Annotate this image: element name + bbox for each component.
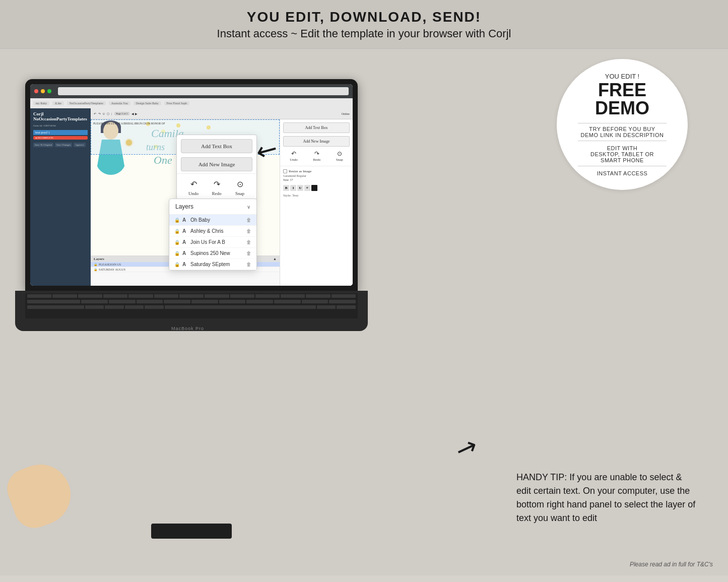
add-image-popup-btn[interactable]: Add New Image — [181, 157, 252, 171]
layer-lock-1: 🔒 — [174, 218, 180, 223]
color-swatch[interactable] — [311, 185, 317, 191]
hand-shape — [2, 456, 79, 534]
layer-item-join-us[interactable]: 🔒 A Join Us For A B 🗑 — [169, 237, 256, 248]
toolbar-undo: ↶ — [94, 112, 96, 115]
toolbar-snap: U — [103, 112, 105, 115]
laptop-keyboard — [25, 293, 358, 318]
undo-tool-sm[interactable]: ↶ Undo — [290, 150, 298, 162]
layer-delete-1[interactable]: 🗑 — [246, 217, 251, 223]
snap-icon: ⊙ — [234, 178, 246, 190]
key — [230, 294, 254, 298]
main-content: my Ruby iLike NoOccasionPartyTemplates A… — [0, 49, 728, 575]
layer-name-oh-baby: Oh Baby — [190, 217, 244, 223]
demo-link-label: DEMO LINK IN DESCRIPTION — [581, 132, 664, 138]
key — [306, 294, 330, 298]
popup-main-tools: ↶ Undo ↷ Redo ⊙ Snap — [177, 173, 256, 200]
italic-btn[interactable]: I — [290, 185, 296, 191]
approve-btn[interactable]: Approve — [74, 143, 86, 147]
layer-item-oh-baby[interactable]: 🔒 A Oh Baby 🗑 — [169, 215, 256, 226]
resize-as-image-check: Resize as Image — [283, 169, 350, 173]
key — [281, 294, 305, 298]
layer-delete-2[interactable]: 🗑 — [246, 228, 251, 234]
layer-type-3: A — [182, 239, 188, 245]
demo-you-edit-label: YOU EDIT ! — [605, 73, 639, 80]
layer-lock-4: 🔒 — [174, 251, 180, 256]
layer-delete-5[interactable]: 🗑 — [246, 262, 251, 267]
layers-header: Layers ∨ — [169, 199, 256, 215]
laptop-touchpad — [151, 524, 232, 539]
undo-icon: ↶ — [187, 178, 200, 190]
popup-editor-panel: Add Text Box Add New Image ↶ Undo — [280, 119, 353, 286]
key — [105, 305, 124, 309]
save-changes-btn[interactable]: Save Changes — [55, 143, 72, 147]
key — [85, 305, 104, 309]
canvas-layer-name-1: PLEASEJOIN US — [99, 263, 121, 266]
arrow-to-layers: ↙ — [450, 428, 483, 471]
demo-demo-label: DEMO — [595, 99, 649, 117]
layer-type-4: A — [182, 250, 188, 256]
demo-phone-label: SMART PHONE — [601, 157, 644, 163]
editor-toolbar: ↶ ↷ U ⬡ | Page 1 of 1 ◀ ▶ Online — [91, 108, 353, 119]
browser-maximize-dot — [47, 89, 51, 93]
key — [81, 300, 108, 303]
layer-item-supinos[interactable]: 🔒 A Supinos 250 New 🗑 — [169, 248, 256, 259]
bookmark-item: NoOccasionPartyTemplates — [67, 101, 106, 105]
snap-label-sm: Snap — [336, 158, 343, 162]
macbook-label: MacBook Pro — [171, 326, 204, 331]
layers-title: Layers — [175, 203, 193, 210]
add-textbox-btn-small[interactable]: Add Text Box — [283, 122, 350, 133]
layer-item-ashley[interactable]: 🔒 A Ashley & Chris 🗑 — [169, 226, 256, 237]
key — [109, 300, 136, 303]
bold-btn[interactable]: B — [283, 185, 289, 191]
layer-name-supinos: Supinos 250 New — [190, 250, 244, 256]
key — [52, 294, 77, 298]
key — [27, 294, 51, 298]
toolbar-arrows: ◀ ▶ — [131, 112, 138, 115]
align-left-btn[interactable]: ≡ — [304, 185, 310, 191]
browser-minimize-dot — [41, 89, 45, 93]
add-textbox-popup-btn[interactable]: Add Text Box — [181, 139, 252, 153]
layer-delete-4[interactable]: 🗑 — [246, 250, 251, 256]
corjl-main-popup: Add Text Box Add New Image ↶ Undo ↷ Redo… — [176, 135, 257, 201]
toolbar-share: ⬡ — [107, 112, 109, 115]
snap-tool-sm[interactable]: ⊙ Snap — [336, 150, 343, 162]
redo-tool-sm[interactable]: ↷ Redo — [313, 150, 320, 162]
browser-address-bar — [58, 87, 349, 95]
key — [332, 294, 356, 298]
redo-icon-sm: ↷ — [313, 150, 320, 158]
underline-btn[interactable]: U — [297, 185, 303, 191]
snap-tool[interactable]: ⊙ Snap — [234, 178, 246, 196]
bookmark-item: Australia You — [109, 101, 130, 105]
save-to-original-btn[interactable]: Save To Original — [33, 143, 53, 147]
demo-try-label: TRY BEFORE YOU BUY — [589, 126, 655, 132]
layer-lock-2: 🔒 — [174, 229, 180, 234]
canvas-layers-title: Layers — [94, 257, 104, 261]
key — [125, 305, 144, 309]
key — [137, 300, 163, 303]
handy-tip-section: ↙ HANDY TIP: If you are unable to select… — [516, 471, 698, 525]
key — [179, 294, 204, 298]
layer-name-join-us: Join Us For A B — [190, 239, 244, 245]
browser-bookmarks: my Ruby iLike NoOccasionPartyTemplates A… — [30, 98, 353, 108]
key-row-3 — [25, 304, 358, 310]
layer-type-1: A — [182, 217, 188, 223]
key — [164, 300, 190, 303]
key — [337, 305, 356, 309]
best-proof-label: best proof 1 — [33, 130, 88, 135]
bookmark-item: Free Floral Soph — [164, 101, 189, 105]
redo-tool[interactable]: ↷ Redo — [211, 178, 223, 196]
demo-instant-label: INSTANT ACCESS — [597, 170, 648, 176]
demo-divider-1 — [578, 123, 667, 123]
resize-checkbox[interactable] — [283, 169, 287, 173]
layers-chevron-icon[interactable]: ∨ — [247, 204, 250, 210]
layer-delete-3[interactable]: 🗑 — [246, 239, 251, 245]
toolbar-online: Online — [342, 112, 350, 115]
size-controls: Size: 17 — [283, 178, 350, 181]
canvas-layers-toggle: ▲ — [273, 257, 277, 261]
demo-divider-2 — [578, 141, 667, 141]
layer-item-saturday[interactable]: 🔒 A Saturday SEptem 🗑 — [169, 259, 256, 270]
main-subtitle: Instant access ~ Edit the template in yo… — [0, 27, 728, 40]
key — [219, 300, 246, 303]
undo-tool[interactable]: ↶ Undo — [187, 178, 200, 196]
add-image-btn-small[interactable]: Add New Image — [283, 136, 350, 147]
